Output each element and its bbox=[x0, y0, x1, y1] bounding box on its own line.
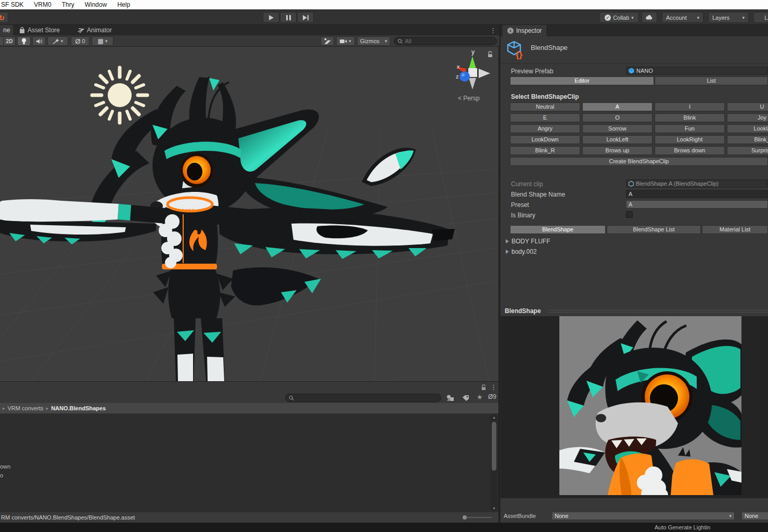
menu-item-help[interactable]: Help bbox=[112, 1, 135, 8]
layers-dropdown[interactable]: Layers ▾ bbox=[708, 12, 749, 23]
clip-button-e[interactable]: E bbox=[510, 113, 580, 122]
account-dropdown[interactable]: Account ▾ bbox=[662, 12, 703, 23]
preview-prefab-field[interactable]: NANO bbox=[626, 67, 768, 75]
pause-button[interactable] bbox=[280, 12, 297, 23]
list-item[interactable]: own bbox=[0, 463, 10, 470]
scroll-down-icon[interactable]: ▼ bbox=[491, 507, 497, 510]
grid-settings-button[interactable]: ▦ ▾ bbox=[92, 36, 113, 46]
tab-animator[interactable]: Animator bbox=[73, 25, 117, 35]
collab-dropdown[interactable]: ✓ Collab ▾ bbox=[599, 12, 639, 23]
preview-drag-handle[interactable] bbox=[548, 310, 768, 313]
foldout-body-002[interactable]: body.002 bbox=[506, 248, 537, 255]
scene-search-field[interactable] bbox=[394, 37, 497, 45]
clip-button-lookright[interactable]: LookRight bbox=[655, 135, 725, 144]
lock-icon[interactable] bbox=[487, 51, 493, 58]
step-button[interactable] bbox=[297, 12, 314, 23]
play-button[interactable] bbox=[263, 12, 279, 23]
shopping-bag-icon bbox=[19, 27, 25, 34]
favorites-star-icon[interactable]: ★ bbox=[477, 393, 483, 401]
scene-3d-render: nano bbox=[0, 47, 500, 381]
clip-button-blink-l[interactable]: Blink_ bbox=[727, 135, 768, 144]
subtab-blendshape[interactable]: BlendShape bbox=[510, 225, 606, 234]
tab-inspector[interactable]: i Inspector bbox=[503, 25, 546, 36]
project-search-input[interactable] bbox=[296, 395, 438, 401]
directional-light-gizmo[interactable] bbox=[92, 68, 147, 123]
project-search-field[interactable] bbox=[285, 394, 441, 402]
blendshape-preview-area[interactable] bbox=[501, 316, 768, 498]
clip-button-brows-up[interactable]: Brows up bbox=[582, 146, 652, 155]
scene-panel-menu-button[interactable]: ⋮ bbox=[485, 25, 501, 35]
clip-button-i[interactable]: I bbox=[655, 102, 725, 111]
assetbundle-variant-dropdown[interactable]: None bbox=[741, 512, 768, 520]
clip-button-blink-r[interactable]: Blink_R bbox=[510, 146, 580, 155]
thumbnail-size-slider[interactable] bbox=[465, 517, 492, 518]
inspector-title: BlendShape bbox=[531, 44, 568, 51]
project-visibility-button[interactable]: Ø9 bbox=[488, 393, 496, 400]
mode-editor-button[interactable]: Editor bbox=[510, 76, 654, 85]
create-blendshapeclip-button[interactable]: Create BlendShapeClip bbox=[510, 157, 768, 166]
project-content[interactable]: own o ▲ ▼ bbox=[0, 413, 500, 512]
cloud-button[interactable] bbox=[642, 12, 657, 23]
clip-button-angry[interactable]: Angry bbox=[510, 124, 580, 133]
is-binary-checkbox[interactable] bbox=[626, 211, 633, 218]
menu-item-sdk[interactable]: SF SDK bbox=[0, 1, 29, 8]
scrollbar-thumb[interactable] bbox=[492, 422, 496, 471]
mode-list-button[interactable]: List bbox=[655, 76, 768, 85]
tab-scene-partial[interactable]: ne bbox=[0, 25, 13, 35]
subtab-blendshape-list[interactable]: BlendShape List bbox=[607, 225, 701, 234]
clip-button-u[interactable]: U bbox=[727, 102, 768, 111]
vertical-scrollbar[interactable]: ▲ ▼ bbox=[491, 414, 497, 511]
effects-dropdown-button[interactable]: ▾ bbox=[47, 36, 68, 46]
camera-dropdown-button[interactable]: ▾ bbox=[336, 36, 355, 46]
scene-viewport[interactable]: nano y x z < Persp bbox=[0, 47, 500, 381]
kebab-menu-icon: ⋮ bbox=[490, 27, 496, 34]
clip-button-lookup[interactable]: LookU bbox=[727, 124, 768, 133]
menu-item-thry[interactable]: Thry bbox=[57, 1, 80, 8]
list-item[interactable]: o bbox=[0, 472, 3, 478]
breadcrumb-current[interactable]: NANO.BlendShapes bbox=[51, 405, 106, 411]
clip-button-a[interactable]: A bbox=[582, 102, 652, 111]
subtab-material-list[interactable]: Material List bbox=[702, 225, 768, 234]
lock-icon[interactable] bbox=[481, 384, 487, 391]
projection-mode-label[interactable]: < Persp bbox=[458, 95, 480, 102]
assetbundle-dropdown[interactable]: None ▾ bbox=[552, 512, 735, 520]
blend-shape-name-input[interactable]: A bbox=[626, 190, 768, 198]
scene-visibility-button[interactable]: Ø 0 bbox=[71, 36, 89, 46]
breadcrumb-root[interactable]: VRM converts bbox=[8, 405, 44, 411]
play-icon bbox=[269, 15, 274, 20]
audio-toggle-button[interactable] bbox=[32, 36, 46, 46]
slider-handle[interactable] bbox=[463, 515, 467, 520]
scroll-up-icon[interactable]: ▲ bbox=[491, 416, 497, 419]
scene-tools-button[interactable] bbox=[321, 36, 334, 46]
menu-item-vrm0[interactable]: VRM0 bbox=[29, 1, 56, 8]
current-clip-field[interactable]: BlendShape.A (BlendShapeClip) bbox=[626, 179, 768, 188]
clip-button-joy[interactable]: Joy bbox=[727, 113, 768, 122]
history-button[interactable]: ↻ bbox=[0, 12, 8, 23]
clip-button-surprised[interactable]: Surprise bbox=[727, 146, 768, 155]
auto-generate-lighting-label[interactable]: Auto Generate Lightin bbox=[655, 524, 768, 530]
2d-toggle-button[interactable]: 2D bbox=[3, 36, 16, 46]
clip-button-o[interactable]: O bbox=[582, 113, 652, 122]
gizmos-dropdown-button[interactable]: Gizmos ▾ bbox=[357, 36, 390, 46]
clip-button-lookleft[interactable]: LookLeft bbox=[582, 135, 652, 144]
lighting-toggle-button[interactable] bbox=[17, 36, 31, 46]
preview-section-header[interactable]: BlendShape bbox=[505, 307, 541, 315]
hidden-count: 0 bbox=[82, 38, 85, 44]
layout-dropdown[interactable]: Lay bbox=[753, 12, 768, 23]
foldout-body-fluff[interactable]: BODY FLUFF bbox=[506, 238, 550, 245]
scene-search-input[interactable] bbox=[405, 38, 493, 44]
current-clip-value: BlendShape.A (BlendShapeClip) bbox=[636, 180, 719, 187]
preset-dropdown[interactable]: A bbox=[626, 200, 768, 209]
menu-item-window[interactable]: Window bbox=[80, 1, 112, 8]
type-filter-icon[interactable] bbox=[446, 395, 454, 401]
label-tag-icon[interactable] bbox=[462, 395, 469, 401]
kebab-menu-icon[interactable]: ⋮ bbox=[490, 383, 497, 391]
clip-button-blink[interactable]: Blink bbox=[655, 113, 725, 122]
clip-button-sorrow[interactable]: Sorrow bbox=[582, 124, 652, 133]
clip-button-fun[interactable]: Fun bbox=[655, 124, 725, 133]
tab-asset-store[interactable]: Asset Store bbox=[15, 25, 65, 35]
preview-prefab-label: Preview Prefab bbox=[511, 68, 553, 75]
clip-button-lookdown[interactable]: LookDown bbox=[510, 135, 580, 144]
clip-button-brows-down[interactable]: Brows down bbox=[655, 146, 725, 155]
clip-button-neutral[interactable]: Neutral bbox=[510, 102, 580, 111]
